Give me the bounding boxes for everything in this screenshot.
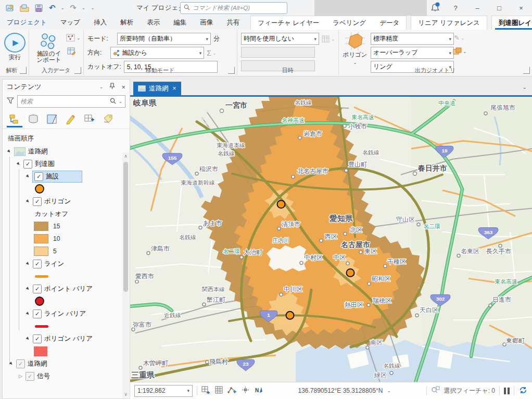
legend-cutoff-10[interactable]: 10 xyxy=(3,233,130,245)
customize-qat-icon[interactable]: ⌄ xyxy=(91,5,95,10)
facility-point[interactable] xyxy=(277,200,285,208)
network-dropdown-icon[interactable]: ⌄ xyxy=(77,35,81,41)
tab-service-area-layer[interactable]: 到達圏レイヤー xyxy=(492,16,532,30)
line-barriers-symbol[interactable] xyxy=(3,320,130,332)
overlap-combo[interactable]: オーバーラップ▾ xyxy=(371,47,454,59)
snap-crosshair-icon[interactable] xyxy=(241,386,250,395)
tree-item-lines[interactable]: ▶ ✓ ライン xyxy=(3,258,130,270)
refresh-button[interactable] xyxy=(518,386,528,396)
tree-item-signals[interactable]: ▷ ✓ 信号 xyxy=(3,370,130,382)
point-barriers-checkbox[interactable]: ✓ xyxy=(33,285,42,293)
tab-data[interactable]: データ xyxy=(373,16,406,30)
close-button[interactable]: × xyxy=(510,0,532,16)
maximize-button[interactable]: □ xyxy=(488,0,510,16)
line-barriers-checkbox[interactable]: ✓ xyxy=(33,310,42,318)
sketch-add-icon[interactable] xyxy=(227,386,236,395)
tab-view[interactable]: 表示 xyxy=(140,16,167,30)
tab-feature-layer[interactable]: フィーチャ レイヤー xyxy=(251,16,326,30)
geometry-launcher-icon[interactable] xyxy=(523,67,530,74)
travel-launcher-icon[interactable] xyxy=(228,67,235,74)
point-barriers-symbol[interactable] xyxy=(3,295,130,307)
new-project-icon[interactable] xyxy=(5,3,15,12)
help-button[interactable]: ? xyxy=(445,0,466,16)
signals-checkbox[interactable]: ✓ xyxy=(26,372,34,381)
legend-cutoff-15[interactable]: 15 xyxy=(3,220,130,233)
list-by-snapping-icon[interactable] xyxy=(83,113,96,125)
tab-analysis[interactable]: 解析 xyxy=(113,16,140,30)
tree-item-facilities[interactable]: ▶ ✓ 施設 xyxy=(3,170,130,183)
tab-map[interactable]: マップ xyxy=(54,16,87,30)
minimize-button[interactable]: – xyxy=(466,0,488,16)
tab-labeling[interactable]: ラベリング xyxy=(326,16,373,30)
tab-project[interactable]: プロジェクト xyxy=(0,16,54,30)
tree-item-polygons[interactable]: ▶ ✓ ポリゴン xyxy=(3,195,130,208)
analysis-launcher-icon[interactable] xyxy=(20,67,27,74)
facilities-checkbox[interactable]: ✓ xyxy=(34,172,43,181)
tree-item-service-area[interactable]: ▶ ✓ 到達圏 xyxy=(3,158,130,170)
pane-close-icon[interactable]: × xyxy=(121,83,125,91)
polygon-barriers-symbol[interactable] xyxy=(3,345,130,357)
redo-dropdown-icon[interactable]: ⌄ xyxy=(82,5,86,10)
tree-item-polygon-barriers[interactable]: ▶ ✓ ポリゴン バリア xyxy=(3,332,130,345)
map-tab-close-icon[interactable]: × xyxy=(173,85,176,92)
service-area-checkbox[interactable]: ✓ xyxy=(23,160,32,169)
list-by-selection-icon[interactable] xyxy=(45,113,59,125)
mode-combo[interactable]: 所要時間（自動車）▾ xyxy=(117,33,211,45)
facility-point[interactable] xyxy=(347,269,354,277)
undo-dropdown-icon[interactable]: ⌄ xyxy=(61,5,65,10)
grid-icon[interactable] xyxy=(215,386,223,395)
legend-cutoff-5[interactable]: 5 xyxy=(3,245,130,258)
tree-item-map[interactable]: ▶ 道路網 xyxy=(3,145,130,158)
search-icon[interactable] xyxy=(110,98,116,106)
polygon-button[interactable]: ポリゴン ⌄ xyxy=(343,32,368,65)
list-by-drawing-order-icon[interactable] xyxy=(8,113,21,125)
scale-combo[interactable]: 1:192,862 ▾ xyxy=(134,385,193,397)
north-arrow-icon[interactable]: N xyxy=(255,386,263,395)
accumulate-sigma-icon[interactable]: Σ ⌄ xyxy=(207,49,216,57)
lines-checkbox[interactable]: ✓ xyxy=(33,260,42,268)
filter-icon[interactable] xyxy=(7,97,14,106)
facilities-symbol[interactable] xyxy=(3,183,130,195)
datetime-combo[interactable]: 時間を使用しない▾ xyxy=(241,33,319,45)
search-options-icon[interactable]: ⌄ xyxy=(118,99,122,104)
contents-search-input[interactable]: 検索 ⌄ xyxy=(17,95,125,108)
list-by-data-source-icon[interactable] xyxy=(27,113,40,125)
undo-button[interactable]: ↶ xyxy=(49,3,56,12)
tab-list-chevron-icon[interactable]: ⌄ xyxy=(523,84,527,90)
network-dataset-icon[interactable]: ⌄ xyxy=(66,34,81,42)
contents-scrollbar[interactable]: ∧ ∨ xyxy=(122,152,129,398)
list-by-labeling-icon[interactable] xyxy=(102,113,115,125)
scroll-up-icon[interactable]: ∧ xyxy=(122,152,129,160)
pane-menu-icon[interactable]: ⌄ xyxy=(99,84,104,89)
notifications-icon[interactable] xyxy=(429,2,441,14)
properties-table-icon[interactable] xyxy=(67,47,77,56)
direction-combo[interactable]: 施設から ▾ xyxy=(110,47,204,59)
polygon-barriers-checkbox[interactable]: ✓ xyxy=(33,334,42,343)
save-project-icon[interactable] xyxy=(34,3,44,12)
map-view-tab[interactable]: 道路網 × xyxy=(133,82,181,95)
selection-zoom-icon[interactable] xyxy=(431,386,440,395)
polygon-dropdown-icon[interactable]: ⌄ xyxy=(353,60,357,65)
scrollbar-thumb[interactable] xyxy=(123,162,128,292)
list-by-editing-icon[interactable] xyxy=(64,113,78,125)
tab-edit[interactable]: 編集 xyxy=(167,16,193,30)
import-facilities-button[interactable]: 施設のインポート xyxy=(34,33,64,63)
new-bookmark-icon[interactable] xyxy=(201,386,210,395)
map-canvas[interactable]: 155 19 363 302 1 23 岐阜県 一宮市 名鉄線 名神高速 岩倉市… xyxy=(130,95,532,382)
simplify-icon[interactable]: ✎ ⌄ xyxy=(454,34,464,42)
precision-combo[interactable]: 標準精度▾ xyxy=(371,33,454,45)
command-search-input[interactable]: コマンド検索 (Alt+Q) xyxy=(180,2,287,14)
run-button[interactable]: ▶ 実行 xyxy=(4,33,26,61)
input-launcher-icon[interactable] xyxy=(74,67,81,74)
merge-polygons-icon[interactable]: ⌄ xyxy=(453,47,467,55)
tree-item-line-barriers[interactable]: ▶ ✓ ライン バリア xyxy=(3,307,130,320)
tab-share[interactable]: 共有 xyxy=(220,16,246,30)
tab-linear-reference[interactable]: リニア リファレンス xyxy=(411,16,487,30)
tab-insert[interactable]: 挿入 xyxy=(87,16,113,30)
tree-item-roads[interactable]: ▶ ✓ 道路網 xyxy=(3,357,130,370)
open-project-icon[interactable] xyxy=(20,3,29,12)
redo-button[interactable]: ↷ xyxy=(70,3,77,12)
timezone-icon[interactable]: ⌄ xyxy=(322,35,335,43)
pause-drawing-button[interactable] xyxy=(504,388,510,394)
polygons-checkbox[interactable]: ✓ xyxy=(33,197,42,206)
